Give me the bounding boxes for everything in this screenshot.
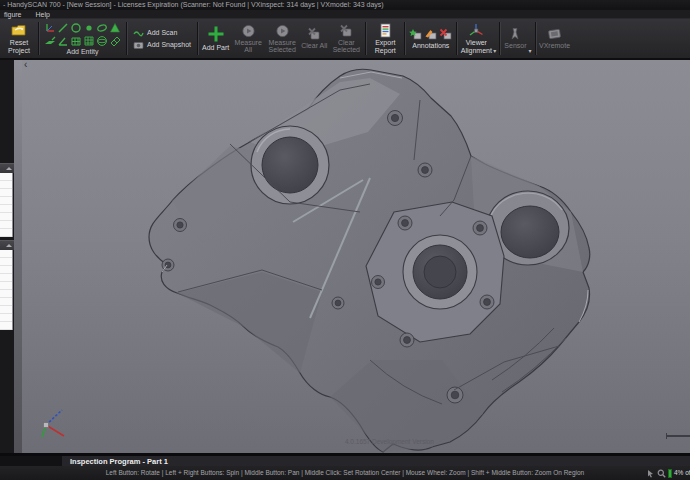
status-magnifier-icon [657,469,666,478]
toolbar-separator [38,22,39,55]
add-mesh-icon[interactable] [109,35,121,47]
clear-all-icon [307,27,322,41]
panel-splitter[interactable] [14,60,22,453]
add-entity-group: Add Entity [41,20,124,57]
measure-all-icon [241,24,256,38]
axis-triad [34,407,74,443]
add-scan-icon [133,28,144,37]
add-scan-snapshot-group: Add Scan Add Snapshot [129,20,195,57]
scale-bar [666,435,690,440]
add-ellipse-icon[interactable] [96,22,108,34]
toolbar-separator [535,22,536,55]
reset-project-button[interactable]: Reset Project [2,20,36,57]
reset-project-icon [11,23,27,38]
dock-section-header[interactable] [0,163,14,173]
clear-selected-icon [339,24,354,38]
window-titlebar: - HandySCAN 700 - [New Session] - Licens… [0,0,690,10]
add-snapshot-icon [133,40,144,49]
menu-help[interactable]: Help [34,10,52,19]
add-sphere-icon[interactable] [96,35,108,47]
cad-model[interactable] [22,60,690,453]
add-cone-icon[interactable] [109,22,121,34]
sensor-dropdown-arrow[interactable]: ▾ [529,48,533,57]
toolbar-separator [365,22,366,55]
annotations-button[interactable]: Annotations [407,20,454,57]
collapse-up-icon [6,244,12,247]
add-entity-label: Add Entity [67,48,99,56]
status-bar: Left Button: Rotate | Left + Right Butto… [0,466,690,480]
document-tabbar: Inspection Program - Part 1 [0,453,690,466]
add-circle-icon[interactable] [70,22,82,34]
cup-inner [501,206,559,258]
workspace: ‹ [0,60,690,453]
left-dock-panel [0,60,14,453]
annotation-edit-icon [424,28,437,41]
center-bore-inner [424,256,456,288]
sensor-icon [508,27,522,41]
tabbar-dark-segment [0,456,62,466]
dock-list-panel[interactable] [0,173,13,237]
viewer-alignment-icon [468,23,484,38]
clear-all-button[interactable]: Clear All [299,20,329,57]
main-toolbar: Reset Project Add Entity Add Scan Add S [0,19,690,60]
add-part-button[interactable]: Add Part [200,20,231,57]
toolbar-separator [126,22,127,55]
dock-list-panel[interactable] [0,250,13,330]
dock-section-header[interactable] [0,240,14,250]
add-plane-icon[interactable] [70,35,82,47]
clear-selected-button[interactable]: Clear Selected [329,20,363,57]
add-angle-icon[interactable] [57,35,69,47]
measure-selected-button[interactable]: Measure Selected [265,20,299,57]
memory-usage-bar [668,469,672,478]
toolbar-separator [404,22,405,55]
menu-bar: figure Help [0,10,690,19]
memory-usage-text: 4% of 3 [674,466,690,480]
status-pointer-icon [646,469,655,478]
version-watermark: 4.0.1657 Development Version [345,438,434,445]
vxremote-icon [547,28,562,41]
coordinate-system-icon[interactable] [44,22,56,34]
toolbar-separator [197,22,198,55]
export-report-button[interactable]: Export Report [368,20,402,57]
add-part-icon [207,25,225,43]
sensor-button[interactable]: Sensor [502,20,528,57]
add-point-icon[interactable] [83,22,95,34]
toolbar-separator [499,22,500,55]
add-vector-icon[interactable] [44,35,56,47]
add-snapshot-button[interactable]: Add Snapshot [133,40,191,49]
ring-bore-inner [262,137,318,193]
viewer-alignment-dropdown-arrow[interactable]: ▾ [493,48,497,57]
mouse-hints: Left Button: Rotate | Left + Right Butto… [106,469,585,476]
annotation-add-icon [409,28,422,41]
viewport-3d[interactable]: ‹ [22,60,690,453]
add-scan-button[interactable]: Add Scan [133,28,191,37]
export-report-icon [379,23,392,38]
add-line-icon[interactable] [57,22,69,34]
menu-configure[interactable]: figure [2,10,24,19]
measure-all-button[interactable]: Measure All [231,20,265,57]
annotation-delete-icon [439,28,452,41]
add-entity-grid [44,22,121,47]
window-title: - HandySCAN 700 - [New Session] - Licens… [3,1,384,8]
status-right-cluster: 4% of 3 [646,466,690,480]
collapse-up-icon [6,167,12,170]
viewer-alignment-button[interactable]: Viewer Alignment [459,20,493,57]
vxremote-button[interactable]: VXremote [538,20,572,57]
toolbar-separator [456,22,457,55]
add-grid-icon[interactable] [83,35,95,47]
measure-selected-icon [275,24,290,38]
